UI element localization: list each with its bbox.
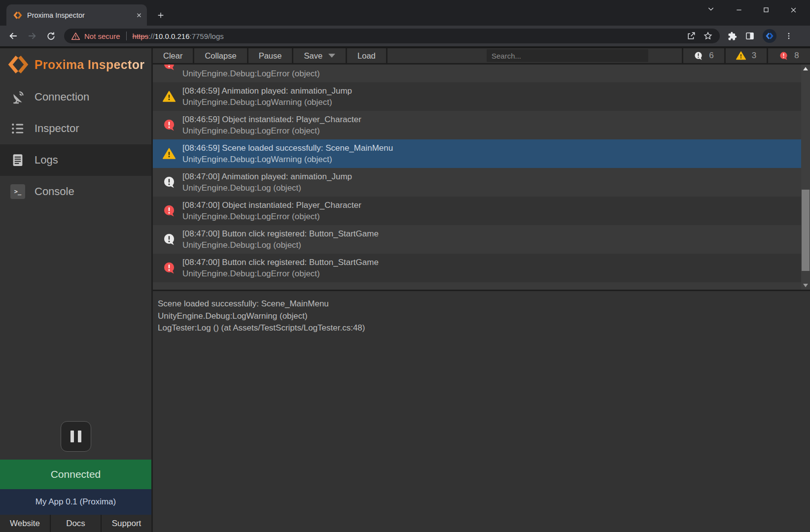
logs-page: Clear Collapse Pause Save Load 6 [153, 48, 810, 532]
omnibox[interactable]: Not secure https://10.0.0.216:7759/logs [64, 29, 720, 43]
log-stack: UnityEngine.Debug:LogError (object) [182, 68, 320, 79]
list-icon [9, 121, 27, 136]
warning-icon [163, 147, 176, 160]
log-row[interactable]: [08:47:00] Object instantiated: Player_C… [153, 197, 810, 225]
reload-button[interactable] [42, 28, 59, 44]
log-stack: UnityEngine.Debug:LogError (object) [182, 268, 379, 279]
log-scrollbar[interactable] [801, 65, 810, 290]
log-stack: UnityEngine.Debug:LogError (object) [182, 211, 361, 222]
share-icon[interactable] [686, 31, 696, 41]
info-count-toggle[interactable]: 6 [682, 48, 724, 63]
log-row[interactable]: [08:46:59] Object instantiated: Player_C… [153, 111, 810, 139]
brand-title: Proxima Inspector [35, 58, 144, 72]
error-icon [163, 119, 176, 132]
not-secure-warning-icon [71, 32, 80, 41]
website-link[interactable]: Website [0, 515, 50, 532]
sidebar-item-console[interactable]: >_ Console [0, 176, 151, 207]
log-row[interactable]: [08:47:00] Animation played: animation_J… [153, 168, 810, 197]
window-maximize-button[interactable] [755, 0, 777, 20]
warning-icon [163, 90, 176, 103]
sidebar-item-inspector[interactable]: Inspector [0, 113, 151, 144]
new-tab-button[interactable] [154, 8, 168, 22]
pause-logs-button[interactable]: Pause [248, 48, 294, 63]
log-message: [08:47:00] Object instantiated: Player_C… [182, 200, 361, 211]
collapse-button[interactable]: Collapse [194, 48, 248, 63]
browser-menu-kebab-icon[interactable] [784, 32, 793, 40]
info-icon [163, 176, 176, 189]
app-info-bar: My App 0.1 (Proxima) [0, 489, 151, 515]
sidebar-item-logs[interactable]: Logs [0, 144, 151, 176]
profile-avatar[interactable] [763, 29, 776, 43]
error-count-toggle[interactable]: 8 [767, 48, 810, 63]
log-message: [08:46:59] Animation played: animation_J… [182, 85, 352, 97]
sidebar: Proxima Inspector Connection [0, 48, 153, 532]
load-button[interactable]: Load [347, 48, 387, 63]
address-bar: Not secure https://10.0.0.216:7759/logs [0, 26, 810, 46]
window-minimize-button[interactable] [728, 0, 750, 20]
warning-count-toggle[interactable]: 3 [724, 48, 767, 63]
back-button[interactable] [5, 28, 22, 44]
bookmark-star-icon[interactable] [703, 31, 713, 41]
clear-button[interactable]: Clear [153, 48, 194, 63]
error-bubble-icon [779, 51, 788, 61]
app-content: Proxima Inspector Connection [0, 46, 810, 532]
extensions-puzzle-icon[interactable] [728, 32, 737, 41]
save-button[interactable]: Save [293, 48, 347, 63]
log-row[interactable]: [08:47:00] Button click registered: Butt… [153, 254, 810, 282]
log-list: UnityEngine.Debug:LogError (object) [08:… [153, 65, 810, 290]
search-input[interactable] [487, 49, 648, 62]
browser-tab[interactable]: Proxima Inspector [6, 4, 147, 26]
logs-toolbar: Clear Collapse Pause Save Load 6 [153, 48, 810, 65]
pause-icon [70, 431, 74, 442]
pause-connection-button[interactable] [61, 421, 91, 452]
error-icon [163, 204, 176, 217]
url-text[interactable]: https://10.0.0.216:7759/logs [133, 32, 686, 40]
log-message: [08:46:59] Object instantiated: Player_C… [182, 114, 361, 125]
app-info-text: My App 0.1 (Proxima) [35, 497, 116, 507]
log-stack: UnityEngine.Debug:Log (object) [182, 239, 379, 251]
log-row[interactable]: [08:46:59] Animation played: animation_J… [153, 82, 810, 111]
satellite-icon [9, 89, 27, 105]
sidebar-footer: Website Docs Support [0, 515, 151, 532]
sidebar-item-label: Console [35, 185, 74, 198]
warning-triangle-icon [736, 51, 746, 61]
log-detail-panel: Scene loaded successfully: Scene_MainMen… [153, 290, 810, 532]
log-row[interactable]: [08:47:00] Button click registered: Butt… [153, 225, 810, 254]
detail-stack-2: LogTester:Log () (at Assets/TestScripts/… [158, 322, 805, 334]
log-row[interactable]: UnityEngine.Debug:LogError (object) [153, 65, 810, 82]
side-panel-icon[interactable] [745, 31, 755, 41]
detail-message: Scene loaded successfully: Scene_MainMen… [158, 298, 805, 310]
window-close-button[interactable] [782, 0, 805, 20]
sidebar-item-label: Inspector [35, 122, 79, 135]
save-dropdown-caret-icon[interactable] [328, 54, 335, 58]
log-message: [08:46:59] Scene loaded successfully: Sc… [182, 142, 393, 154]
error-count: 8 [794, 51, 799, 61]
log-stack: UnityEngine.Debug:Log (object) [182, 182, 352, 194]
detail-stack-1: UnityEngine.Debug:LogWarning (object) [158, 310, 805, 323]
support-link[interactable]: Support [101, 515, 151, 532]
proxima-logo-icon [8, 54, 29, 75]
info-count: 6 [709, 51, 713, 61]
document-icon [9, 153, 27, 167]
info-icon [163, 233, 176, 246]
warning-count: 3 [752, 51, 756, 61]
sidebar-item-connection[interactable]: Connection [0, 81, 151, 113]
terminal-icon: >_ [9, 184, 27, 199]
scroll-up-arrow-icon[interactable] [801, 65, 810, 73]
omnibox-separator [126, 32, 127, 40]
docs-link[interactable]: Docs [50, 515, 101, 532]
forward-button[interactable] [24, 28, 40, 44]
sidebar-nav: Connection Inspector [0, 81, 151, 207]
scroll-down-arrow-icon[interactable] [801, 281, 810, 290]
browser-titlebar: Proxima Inspector [0, 0, 810, 26]
url-host: 10.0.0.216 [155, 32, 190, 40]
log-stack: UnityEngine.Debug:LogWarning (object) [182, 97, 352, 108]
security-label[interactable]: Not secure [84, 32, 120, 40]
log-row-selected[interactable]: [08:46:59] Scene loaded successfully: Sc… [153, 139, 810, 168]
tab-close-icon[interactable] [136, 12, 142, 18]
url-path: :7759/logs [190, 32, 224, 40]
info-bubble-icon [694, 51, 703, 61]
tab-search-chevron-icon[interactable] [704, 2, 718, 16]
scrollbar-thumb[interactable] [802, 190, 810, 271]
tab-title: Proxima Inspector [27, 11, 131, 19]
